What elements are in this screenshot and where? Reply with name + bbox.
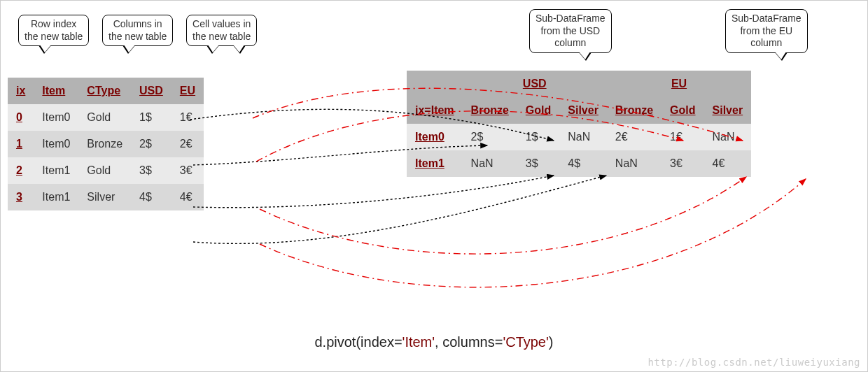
code-expression: d.pivot(index='Item', columns='CType') — [1, 334, 867, 350]
table-row: 0 Item0 Gold 1$ 1€ — [8, 104, 204, 131]
callout-row-index: Row indexthe new table — [18, 15, 89, 46]
pivot-subheader-row: ix=Item Bronze Gold Silver Bronze Gold S… — [407, 97, 751, 124]
cell-usd: 4$ — [131, 184, 172, 210]
callout-sub-usd: Sub-DataFramefrom the USDcolumn — [529, 9, 612, 53]
watermark-text: http://blog.csdn.net/liuweiyuxiang — [648, 357, 860, 368]
pivot-index: Item0 — [407, 124, 463, 150]
cell-item: Item1 — [34, 184, 78, 210]
table-row: Item1 NaN 3$ 4$ NaN 3€ 4€ — [407, 150, 751, 177]
cell: 1$ — [517, 124, 559, 150]
pivot-sub-usd-bronze: Bronze — [463, 97, 517, 124]
cell-item: Item0 — [34, 131, 78, 157]
callout-columns: Columns inthe new table — [102, 15, 173, 46]
callout-row-index-text: Row indexthe new table — [24, 18, 83, 42]
cell: 3$ — [517, 150, 559, 177]
cell-usd: 1$ — [131, 104, 172, 131]
source-header-eu: EU — [172, 78, 204, 104]
cell-item: Item0 — [34, 104, 78, 131]
code-arg-index: 'Item' — [402, 334, 435, 350]
cell-ctype: Silver — [78, 184, 131, 210]
cell-eu: 1€ — [172, 104, 204, 131]
callout-columns-text: Columns inthe new table — [108, 18, 167, 42]
callout-cell-values-text: Cell values inthe new table — [192, 18, 251, 42]
cell-ctype: Bronze — [78, 131, 131, 157]
cell-ix: 2 — [8, 157, 34, 184]
table-row: 1 Item0 Bronze 2$ 2€ — [8, 131, 204, 157]
pivot-corner-blank — [407, 71, 463, 97]
cell-eu: 3€ — [172, 157, 204, 184]
cell: NaN — [559, 124, 607, 150]
cell-usd: 3$ — [131, 157, 172, 184]
source-header-usd: USD — [131, 78, 172, 104]
cell: 4€ — [704, 150, 752, 177]
cell: NaN — [463, 150, 517, 177]
cell: 2€ — [607, 124, 662, 150]
cell-ctype: Gold — [78, 157, 131, 184]
callout-cell-values: Cell values inthe new table — [186, 15, 257, 46]
cell: 4$ — [559, 150, 607, 177]
table-row: 3 Item1 Silver 4$ 4€ — [8, 184, 204, 210]
callout-sub-eu: Sub-DataFramefrom the EUcolumn — [725, 9, 808, 53]
cell-eu: 4€ — [172, 184, 204, 210]
cell: 1€ — [662, 124, 704, 150]
pivot-group-eu: EU — [607, 71, 751, 97]
cell-ctype: Gold — [78, 104, 131, 131]
cell-ix: 3 — [8, 184, 34, 210]
pivot-index-header: ix=Item — [407, 97, 463, 124]
source-header-ix: ix — [8, 78, 34, 104]
pivot-group-row: USD EU — [407, 71, 751, 97]
pivot-table: USD EU ix=Item Bronze Gold Silver Bronze… — [407, 71, 751, 177]
cell-item: Item1 — [34, 157, 78, 184]
code-mid: , columns= — [435, 334, 503, 350]
pivot-sub-usd-silver: Silver — [559, 97, 607, 124]
table-row: 2 Item1 Gold 3$ 3€ — [8, 157, 204, 184]
code-arg-columns: 'CType' — [503, 334, 548, 350]
pivot-sub-eu-bronze: Bronze — [607, 97, 662, 124]
pivot-sub-eu-silver: Silver — [704, 97, 752, 124]
pivot-index: Item1 — [407, 150, 463, 177]
cell-usd: 2$ — [131, 131, 172, 157]
cell: 3€ — [662, 150, 704, 177]
pivot-sub-usd-gold: Gold — [517, 97, 559, 124]
cell: 2$ — [463, 124, 517, 150]
table-row: Item0 2$ 1$ NaN 2€ 1€ NaN — [407, 124, 751, 150]
cell: NaN — [704, 124, 752, 150]
source-table: ix Item CType USD EU 0 Item0 Gold 1$ 1€ … — [8, 78, 204, 210]
cell-ix: 1 — [8, 131, 34, 157]
callout-sub-usd-text: Sub-DataFramefrom the USDcolumn — [536, 13, 606, 48]
callout-sub-eu-text: Sub-DataFramefrom the EUcolumn — [732, 13, 802, 48]
diagram-canvas: Row indexthe new table Columns inthe new… — [0, 0, 868, 372]
source-header-item: Item — [34, 78, 78, 104]
source-header-row: ix Item CType USD EU — [8, 78, 204, 104]
code-prefix: d.pivot(index= — [314, 334, 402, 350]
cell-ix: 0 — [8, 104, 34, 131]
pivot-group-usd: USD — [463, 71, 607, 97]
cell-eu: 2€ — [172, 131, 204, 157]
cell: NaN — [607, 150, 662, 177]
pivot-sub-eu-gold: Gold — [662, 97, 704, 124]
source-header-ctype: CType — [78, 78, 131, 104]
code-suffix: ) — [549, 334, 554, 350]
